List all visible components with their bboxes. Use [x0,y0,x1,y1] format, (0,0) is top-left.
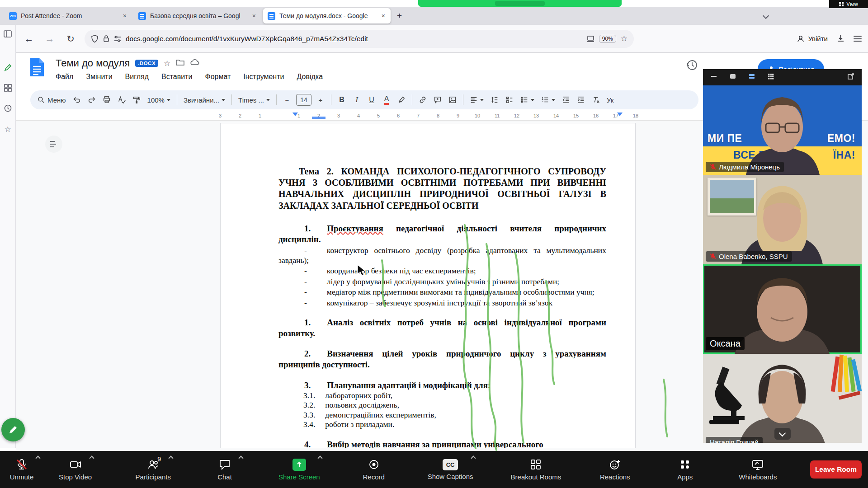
tab-temy-do-modulya[interactable]: Теми до модуля.docx - Google × [263,8,391,23]
paragraph-style-select[interactable]: Звичайни... [182,96,227,104]
increase-indent-icon[interactable] [575,93,587,107]
stop-video-button[interactable]: Stop Video [59,454,92,485]
italic-button[interactable]: I [351,93,363,107]
align-select[interactable] [468,96,486,104]
text-color-button[interactable]: A [384,95,389,105]
participants-button[interactable]: 9 Participants [136,454,171,485]
input-language-label[interactable]: Ук [605,96,615,104]
popout-panel-icon[interactable] [847,73,854,82]
document-title[interactable]: Теми до модуля [56,57,130,69]
firefox-signin-button[interactable]: Увійти [797,35,828,43]
font-select[interactable]: Times ... [236,96,272,104]
zoom-select[interactable]: 100% [146,96,172,104]
breakout-rooms-button[interactable]: Breakout Rooms [511,454,561,485]
annotation-pen-button[interactable] [1,418,25,441]
numbered-list-select[interactable] [539,96,557,104]
bookmark-star-icon[interactable]: ☆ [621,34,627,43]
font-size-field[interactable]: 14 [296,94,311,106]
video-tile-nataliya[interactable]: Наталія Грицай [703,354,862,443]
chevron-up-icon[interactable] [317,455,322,460]
gallery-view-icon[interactable] [767,73,774,82]
checklist-icon[interactable] [504,93,515,107]
back-button[interactable]: ← [22,33,36,44]
right-indent-marker[interactable] [617,113,623,116]
chevron-up-icon[interactable] [89,455,94,460]
share-screen-button[interactable]: Share Screen [278,454,320,485]
minimize-panel-icon[interactable] [710,73,717,82]
annotate-pen-icon[interactable] [4,64,12,73]
clear-formatting-icon[interactable] [590,93,602,107]
close-icon[interactable]: × [251,12,257,20]
menu-format[interactable]: Формат [205,73,231,81]
video-tile-lyudmyla[interactable]: МИ ПЕ ЕМО! ВСЕ Б ЇНА! Людмила Міронець [703,85,862,175]
spellcheck-icon[interactable] [116,93,127,107]
url-bar[interactable]: docs.google.com/document/d/1vxKuryWwD7Xp… [85,30,634,48]
decrease-indent-icon[interactable] [560,93,572,107]
chevron-up-icon[interactable] [471,455,476,460]
sidebar-toggle-icon[interactable] [4,30,12,39]
font-size-increase-button[interactable]: + [315,93,326,107]
downloads-icon[interactable] [837,35,844,42]
record-button[interactable]: Record [358,454,390,485]
cloud-status-icon[interactable] [190,59,199,68]
tab-zoom-post-attendee[interactable]: zm Post Attendee - Zoom × [5,8,132,23]
insert-image-icon[interactable] [447,93,458,107]
permissions-sliders-icon[interactable] [114,36,121,42]
video-tile-oksana[interactable]: Оксана [703,264,862,354]
page-zoom-badge[interactable]: 90% [599,35,616,43]
speaker-view-icon[interactable] [729,73,736,82]
line-spacing-icon[interactable] [489,93,500,107]
bulleted-list-select[interactable] [519,96,536,104]
strip-view-icon[interactable] [748,73,755,82]
menu-file[interactable]: Файл [56,73,73,81]
close-icon[interactable]: × [381,12,386,20]
menu-hamburger-icon[interactable] [854,36,862,42]
bold-button[interactable]: B [336,93,348,107]
chat-button[interactable]: Chat [208,454,241,485]
redo-icon[interactable] [86,93,98,107]
highlight-color-icon[interactable] [396,93,407,107]
star-document-icon[interactable]: ☆ [164,59,170,68]
save-page-icon[interactable] [587,35,594,42]
collapse-gallery-button[interactable] [774,428,791,440]
show-captions-button[interactable]: CC Show Captions [428,454,473,485]
move-folder-icon[interactable] [176,59,184,68]
forward-button[interactable]: → [43,33,57,44]
chevron-up-icon[interactable] [35,455,40,460]
history-clock-icon[interactable] [4,104,12,114]
insert-link-icon[interactable] [417,93,429,107]
lock-icon[interactable] [103,35,109,42]
add-comment-icon[interactable] [432,93,443,107]
shield-icon[interactable] [91,35,99,43]
version-history-icon[interactable] [686,59,698,73]
leave-room-button[interactable]: Leave Room [810,460,862,479]
document-outline-button[interactable] [45,136,62,153]
underline-button[interactable]: U [366,93,377,107]
bookmarks-star-icon[interactable]: ☆ [4,125,11,134]
menu-help[interactable]: Довідка [297,73,323,81]
new-tab-button[interactable]: + [392,11,406,21]
font-size-decrease-button[interactable]: − [281,93,293,107]
reload-button[interactable]: ↻ [64,33,77,44]
whiteboards-button[interactable]: Whiteboards [739,454,777,485]
reactions-button[interactable]: Reactions [599,454,631,485]
blocks-icon[interactable] [4,84,12,94]
menus-search-button[interactable]: Меню [36,96,68,104]
left-indent-marker[interactable] [292,113,298,116]
apps-button[interactable]: Apps [669,454,701,485]
undo-icon[interactable] [71,93,83,107]
menu-edit[interactable]: Змінити [86,73,112,81]
document-page[interactable]: Тема 2. КОМАНДА ПСИХОЛОГО-ПЕДАГОГІЧНОГО … [220,123,636,448]
menu-view[interactable]: Вигляд [125,73,149,81]
google-docs-icon[interactable] [29,57,45,79]
menu-tools[interactable]: Інструменти [243,73,284,81]
zoom-view-menu[interactable]: View [829,0,868,8]
close-icon[interactable]: × [122,12,127,20]
paint-format-icon[interactable] [131,93,142,107]
menu-insert[interactable]: Вставити [161,73,192,81]
tab-bazova-serednya-osvita[interactable]: Базова середня освіта – Googl × [134,8,261,23]
unmute-button[interactable]: Unmute [5,454,38,485]
print-icon[interactable] [101,93,113,107]
video-tile-olena[interactable]: Olena Babenko, SSPU [703,175,862,264]
chevron-up-icon[interactable] [238,455,243,460]
